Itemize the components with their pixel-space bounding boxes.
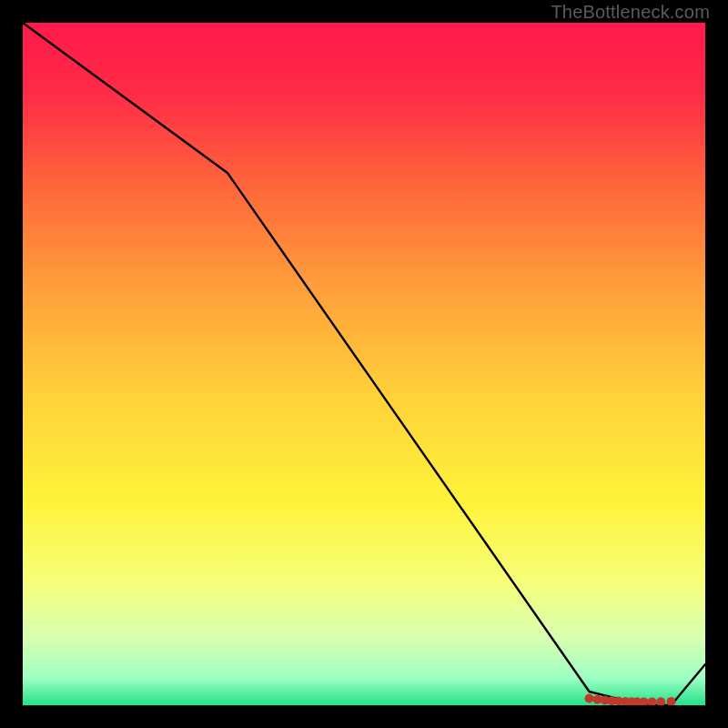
marker-dot [667, 697, 676, 705]
chart-stage: TheBottleneck.com [0, 0, 728, 728]
plot-overlay [23, 23, 705, 705]
marker-dot [585, 694, 594, 703]
marker-dot [640, 697, 649, 705]
data-line [23, 23, 705, 705]
watermark-text: TheBottleneck.com [551, 2, 710, 23]
marker-dot [656, 697, 665, 705]
marker-cluster [585, 694, 676, 706]
marker-dot [648, 697, 657, 705]
